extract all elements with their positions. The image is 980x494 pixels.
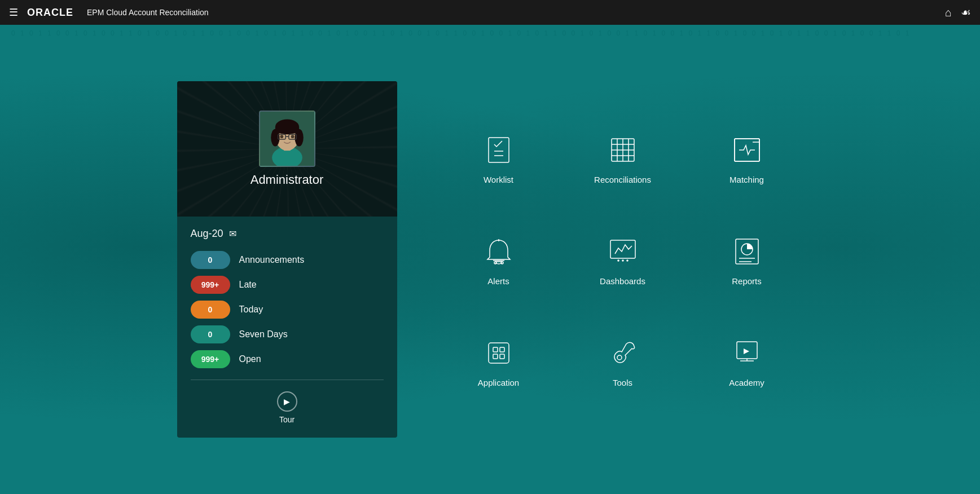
- nav-icon-application: [481, 335, 517, 371]
- stat-badge-announcements: 0: [191, 251, 230, 269]
- topbar: ☰ ORACLE EPM Cloud Account Reconciliatio…: [0, 0, 980, 25]
- user-card: Administrator Aug-20 ✉ 0 Announcements 9…: [177, 81, 397, 438]
- user-name: Administrator: [251, 173, 324, 187]
- nav-item-worklist[interactable]: Worklist: [454, 123, 544, 193]
- date-text: Aug-20: [191, 228, 223, 240]
- nav-icon-worklist: [481, 132, 517, 168]
- stat-label-late: Late: [239, 280, 257, 290]
- nav-label-alerts: Alerts: [487, 276, 509, 286]
- nav-label-reports: Reports: [732, 276, 762, 286]
- topbar-right: ⌂ ☙: [945, 6, 971, 19]
- stats-list: 0 Announcements 999+ Late 0 Today 0 Seve…: [191, 251, 384, 368]
- stat-row-late[interactable]: 999+ Late: [191, 276, 384, 294]
- user-card-header: Administrator: [177, 81, 397, 217]
- nav-item-dashboards[interactable]: Dashboards: [578, 224, 668, 295]
- nav-icon-alerts: [481, 233, 517, 270]
- nav-label-tools: Tools: [613, 378, 632, 387]
- user-avatar-container: Administrator: [251, 111, 324, 187]
- nav-label-reconciliations: Reconciliations: [594, 175, 651, 184]
- nav-icon-matching: [729, 132, 765, 168]
- nav-item-academy[interactable]: Academy: [702, 326, 792, 396]
- svg-point-11: [280, 135, 283, 138]
- stat-row-seven_days[interactable]: 0 Seven Days: [191, 325, 384, 343]
- svg-point-34: [622, 260, 623, 261]
- main-content: Administrator Aug-20 ✉ 0 Announcements 9…: [0, 25, 980, 494]
- nav-item-application[interactable]: Application: [454, 326, 544, 396]
- date-row: Aug-20 ✉: [191, 228, 384, 240]
- home-icon[interactable]: ⌂: [945, 6, 952, 19]
- nav-label-application: Application: [478, 378, 519, 387]
- svg-rect-43: [493, 354, 498, 359]
- stat-label-seven_days: Seven Days: [239, 329, 288, 339]
- tour-play-icon: ▶: [277, 391, 297, 412]
- nav-icon-reconciliations: [605, 132, 641, 168]
- nav-item-reconciliations[interactable]: Reconciliations: [578, 123, 668, 193]
- stat-badge-open: 999+: [191, 350, 230, 368]
- nav-label-dashboards: Dashboards: [600, 276, 645, 286]
- app-title: EPM Cloud Account Reconciliation: [87, 8, 209, 17]
- stat-row-today[interactable]: 0 Today: [191, 301, 384, 319]
- svg-rect-7: [275, 127, 298, 134]
- svg-rect-44: [500, 354, 504, 359]
- stat-label-open: Open: [239, 354, 261, 364]
- svg-rect-40: [489, 343, 509, 363]
- stat-row-open[interactable]: 999+ Open: [191, 350, 384, 368]
- svg-point-45: [617, 355, 622, 360]
- svg-point-35: [627, 260, 628, 261]
- nav-item-reports[interactable]: Reports: [702, 224, 792, 295]
- svg-marker-47: [744, 349, 749, 354]
- hamburger-icon[interactable]: ☰: [9, 6, 18, 19]
- stat-label-today: Today: [239, 305, 263, 315]
- svg-point-12: [291, 135, 294, 138]
- stat-badge-late: 999+: [191, 276, 230, 294]
- tour-label: Tour: [279, 415, 295, 424]
- svg-rect-41: [493, 347, 498, 352]
- topbar-left: ☰ ORACLE EPM Cloud Account Reconciliatio…: [9, 6, 209, 19]
- divider: [191, 380, 384, 380]
- nav-item-matching[interactable]: Matching: [702, 123, 792, 193]
- nav-item-alerts[interactable]: Alerts: [454, 224, 544, 295]
- svg-point-33: [618, 260, 619, 261]
- user-card-body: Aug-20 ✉ 0 Announcements 999+ Late 0 Tod…: [177, 217, 397, 438]
- nav-label-matching: Matching: [729, 175, 764, 184]
- tour-section[interactable]: ▶ Tour: [191, 387, 384, 429]
- nav-item-tools[interactable]: Tools: [578, 326, 668, 396]
- stat-badge-seven_days: 0: [191, 325, 230, 343]
- stat-badge-today: 0: [191, 301, 230, 319]
- svg-rect-13: [489, 138, 509, 162]
- stat-row-announcements[interactable]: 0 Announcements: [191, 251, 384, 269]
- user-avatar: [259, 111, 315, 167]
- nav-icon-tools: [605, 335, 641, 371]
- svg-rect-36: [736, 239, 758, 264]
- nav-grid: Worklist Reconciliations Matching: [442, 113, 803, 406]
- nav-label-academy: Academy: [729, 378, 764, 387]
- nav-icon-academy: [729, 335, 765, 371]
- nav-label-worklist: Worklist: [484, 175, 513, 184]
- oracle-logo: ORACLE: [27, 7, 73, 19]
- user-icon[interactable]: ☙: [961, 6, 971, 19]
- stat-label-announcements: Announcements: [239, 255, 305, 265]
- svg-rect-42: [500, 347, 504, 352]
- nav-icon-dashboards: [605, 233, 641, 270]
- mail-icon[interactable]: ✉: [229, 228, 236, 239]
- nav-icon-reports: [729, 233, 765, 270]
